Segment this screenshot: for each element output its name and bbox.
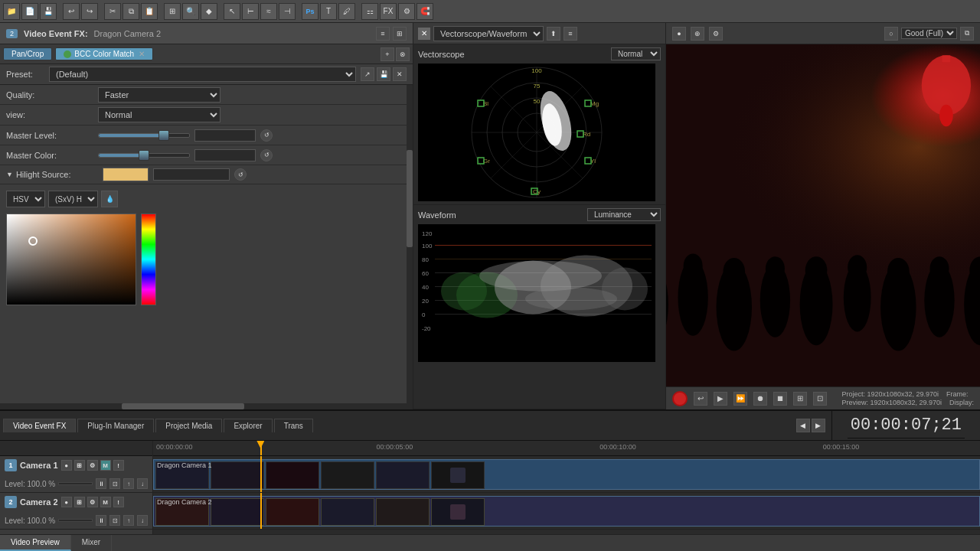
panel-grid-btn[interactable]: ⊞ xyxy=(393,27,407,41)
toolbar-icon-save[interactable]: 💾 xyxy=(40,3,57,20)
toolbar-icon-paste[interactable]: 📋 xyxy=(141,3,158,20)
preview-quality-icon[interactable]: ○ xyxy=(884,27,898,41)
preview-ext-monitor-btn[interactable]: ⧉ xyxy=(960,27,974,41)
scope-type-select[interactable]: Vectorscope/Waveform xyxy=(433,26,544,41)
frame-step-btn[interactable]: ⊞ xyxy=(793,392,807,406)
tab-next-btn[interactable]: ▶ xyxy=(812,419,825,432)
hilight-color-input[interactable]: 26, 0.18, 0.77 xyxy=(153,168,230,181)
add-fx-btn[interactable]: + xyxy=(381,47,394,61)
output-btn[interactable]: ⊡ xyxy=(813,392,827,406)
loop-btn[interactable]: ⏺ xyxy=(753,392,767,406)
tab-bcc-color-match[interactable]: BCC Color Match ✕ xyxy=(55,47,153,60)
preset-select[interactable]: (Default) xyxy=(49,67,356,82)
track-1-monitor-btn[interactable]: ⊞ xyxy=(74,460,85,471)
master-color-thumb[interactable] xyxy=(139,150,149,161)
track-1-fx-btn[interactable]: ⚙ xyxy=(87,460,98,471)
preview-settings-btn[interactable]: ⚙ xyxy=(709,27,723,41)
color-eyedropper-btn[interactable]: 💧 xyxy=(101,191,118,207)
track-1-record-btn[interactable]: ● xyxy=(61,460,72,471)
toolbar-icon-paint[interactable]: 🖊 xyxy=(338,3,355,20)
fast-fwd-btn[interactable]: ⏩ xyxy=(733,392,747,406)
stop-btn[interactable]: ⏹ xyxy=(773,392,787,406)
scrollbar-right[interactable] xyxy=(407,85,413,409)
tab-trans[interactable]: Trans xyxy=(274,419,313,432)
track-2-fx-btn[interactable]: ⚙ xyxy=(87,497,98,507)
master-level-track[interactable] xyxy=(98,133,190,138)
toolbar-icon-copy[interactable]: ⧉ xyxy=(122,3,139,20)
toolbar-icon-marker[interactable]: ◆ xyxy=(201,3,217,20)
hue-bar[interactable] xyxy=(141,214,156,305)
scope-export-btn[interactable]: ⬆ xyxy=(547,27,560,41)
track-2-monitor-btn[interactable]: ⊞ xyxy=(74,497,85,507)
track-1-clip[interactable]: Dragon Camera 1 xyxy=(153,459,980,490)
panel-menu-btn[interactable]: ≡ xyxy=(376,27,390,41)
color-model-select[interactable]: HSV xyxy=(6,191,45,207)
toolbar-icon-zoom[interactable]: 🔍 xyxy=(182,3,199,20)
toolbar-icon-snap[interactable]: ⊞ xyxy=(164,3,181,20)
track-2-solo-btn[interactable]: ! xyxy=(113,497,124,507)
preview-record-btn[interactable]: ● xyxy=(672,27,686,41)
toolbar-icon-envelope[interactable]: ≈ xyxy=(260,3,277,20)
master-level-thumb[interactable] xyxy=(158,130,169,141)
track-2-level-ctrl[interactable]: ⏸ xyxy=(96,515,106,526)
master-level-input[interactable]: 71.58 xyxy=(194,129,256,142)
toolbar-icon-undo[interactable]: ↩ xyxy=(63,3,80,20)
master-color-track[interactable] xyxy=(98,153,190,158)
tab-explorer[interactable]: Explorer xyxy=(224,419,272,432)
track-1-level-bar[interactable] xyxy=(58,482,93,485)
hilight-color-swatch[interactable] xyxy=(103,168,149,181)
track-1-mute-btn[interactable]: M xyxy=(100,460,111,471)
rewind-btn[interactable]: ↩ xyxy=(694,392,707,406)
tab-project-media[interactable]: Project Media xyxy=(155,419,222,432)
scrollbar-bottom[interactable] xyxy=(0,403,407,409)
fx-bypass-btn[interactable]: ⊗ xyxy=(396,47,410,61)
track-2-down-btn[interactable]: ↓ xyxy=(137,515,148,526)
toolbar-icon-grid[interactable]: ⚏ xyxy=(361,3,378,20)
toolbar-icon-trim[interactable]: ⊢ xyxy=(242,3,259,20)
preset-open-btn[interactable]: ↗ xyxy=(361,67,374,81)
toolbar-icon-redo[interactable]: ↪ xyxy=(81,3,98,20)
toolbar-icon-cut[interactable]: ✂ xyxy=(104,3,121,20)
color-gradient-picker[interactable] xyxy=(6,214,136,305)
tab-plugin-manager[interactable]: Plug-In Manager xyxy=(77,419,154,432)
toolbar-icon-magnet[interactable]: 🧲 xyxy=(416,3,433,20)
toolbar-icon-folder[interactable]: 📁 xyxy=(3,3,20,20)
hilight-reset[interactable]: ↺ xyxy=(234,168,247,181)
waveform-mode-select[interactable]: Luminance RGB Parade YCbCr Parade xyxy=(587,208,661,221)
preview-quality-select[interactable]: Good (Full) xyxy=(901,28,957,39)
tab-video-event-fx[interactable]: Video Event FX xyxy=(3,419,76,432)
master-color-input[interactable]: 50.00 xyxy=(194,149,256,161)
record-indicator[interactable] xyxy=(672,391,688,406)
view-select[interactable]: Normal Source Split xyxy=(98,107,220,122)
bottom-tab-video-preview[interactable]: Video Preview xyxy=(0,535,71,551)
preset-close-btn[interactable]: ✕ xyxy=(393,67,407,81)
scroll-area[interactable]: Quality: Faster view: Normal Source Spli… xyxy=(0,85,413,409)
tab-prev-btn[interactable]: ◀ xyxy=(796,419,810,432)
quality-select[interactable]: Faster xyxy=(98,87,220,103)
bottom-tab-mixer[interactable]: Mixer xyxy=(71,535,112,551)
master-color-reset[interactable]: ↺ xyxy=(260,149,273,161)
toolbar-icon-ripple[interactable]: ⊣ xyxy=(279,3,296,20)
track-1-up-btn[interactable]: ↑ xyxy=(123,478,134,489)
track-1-level-ctrl[interactable]: ⏸ xyxy=(96,478,106,489)
toolbar-icon-fx[interactable]: FX xyxy=(380,3,397,20)
toolbar-icon-new[interactable]: 📄 xyxy=(21,3,38,20)
track-2-mute-btn[interactable]: M xyxy=(100,497,111,507)
track-2-record-btn[interactable]: ● xyxy=(61,497,72,507)
track-1-down-btn[interactable]: ↓ xyxy=(137,478,148,489)
toolbar-icon-ps[interactable]: Ps xyxy=(302,3,318,20)
track-1-solo-btn[interactable]: ! xyxy=(113,460,124,471)
track-1-comp-btn[interactable]: ⊡ xyxy=(109,478,120,489)
preview-preview-btn[interactable]: ⊕ xyxy=(691,27,704,41)
track-2-up-btn[interactable]: ↑ xyxy=(123,515,134,526)
toolbar-icon-text[interactable]: T xyxy=(320,3,337,20)
track-2-level-bar[interactable] xyxy=(58,519,93,522)
tab-pan-crop[interactable]: Pan/Crop xyxy=(3,47,52,60)
toolbar-icon-cursor[interactable]: ↖ xyxy=(224,3,240,20)
toolbar-icon-plugin[interactable]: ⚙ xyxy=(398,3,415,20)
track-2-clip[interactable]: Dragon Camera 2 xyxy=(153,496,980,527)
track-2-comp-btn[interactable]: ⊡ xyxy=(109,515,120,526)
master-level-reset[interactable]: ↺ xyxy=(260,129,273,142)
preset-save-btn[interactable]: 💾 xyxy=(377,67,390,81)
scope-bars-btn[interactable]: ≡ xyxy=(564,27,577,41)
